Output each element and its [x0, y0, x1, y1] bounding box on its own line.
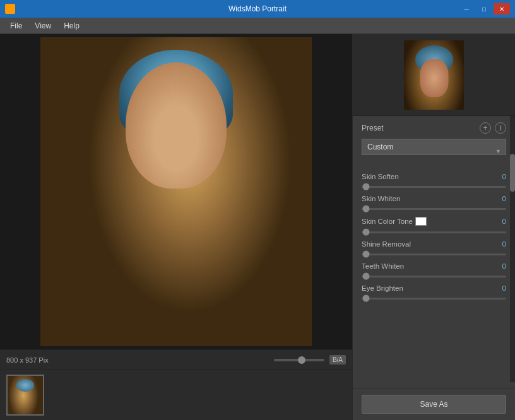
image-panel: 800 x 937 Pix B/A — [0, 34, 352, 420]
teeth-whiten-value: 0 — [502, 262, 506, 270]
slider-eye-brighten: Eye Brighten 0 — [362, 284, 506, 301]
preset-select[interactable]: Custom — [362, 139, 506, 155]
right-panel: Preset + i Custom Skin Soften 0 — [352, 34, 515, 420]
skin-soften-value: 0 — [502, 173, 506, 180]
preview-area — [353, 34, 515, 116]
painting-face — [126, 62, 227, 189]
slider-skin-soften: Skin Soften 0 — [362, 173, 506, 190]
ba-badge[interactable]: B/A — [329, 355, 346, 365]
minimize-button[interactable]: ─ — [458, 3, 475, 15]
titlebar-controls: ─ □ ✕ — [458, 3, 510, 15]
save-btn-area: Save As — [353, 388, 515, 420]
skin-soften-track[interactable] — [362, 186, 506, 188]
preview-face — [420, 59, 448, 97]
image-canvas — [0, 34, 352, 349]
app-icon — [5, 4, 15, 14]
slider-skin-color-tone: Skin Color Tone 0 — [362, 217, 506, 235]
save-as-button[interactable]: Save As — [362, 395, 506, 414]
maximize-button[interactable]: □ — [476, 3, 492, 15]
skin-soften-label: Skin Soften — [362, 173, 399, 180]
eye-brighten-track[interactable] — [362, 298, 506, 300]
menubar: File View Help — [0, 18, 515, 34]
image-size-label: 800 x 937 Pix — [6, 356, 49, 364]
main-image[interactable] — [40, 37, 312, 346]
preset-label: Preset — [362, 124, 384, 132]
shine-removal-thumb[interactable] — [362, 251, 369, 258]
preview-thumbnail — [404, 40, 464, 110]
titlebar-title: WidsMob Portrait — [0, 4, 515, 13]
skin-whiten-thumb[interactable] — [362, 206, 369, 213]
zoom-slider-thumb — [298, 356, 305, 364]
preset-icons: + i — [480, 122, 506, 134]
preset-info-button[interactable]: i — [495, 122, 506, 134]
shine-removal-track[interactable] — [362, 254, 506, 255]
thumbnail-item[interactable] — [6, 375, 44, 416]
slider-skin-whiten: Skin Whiten 0 — [362, 195, 506, 212]
titlebar-left — [5, 4, 15, 14]
skin-color-tone-value: 0 — [502, 218, 506, 225]
color-swatch[interactable] — [415, 217, 427, 226]
thumbnails-strip — [0, 370, 352, 420]
titlebar: WidsMob Portrait ─ □ ✕ — [0, 0, 515, 18]
skin-whiten-value: 0 — [502, 195, 506, 202]
skin-color-tone-track[interactable] — [362, 231, 506, 233]
skin-whiten-label: Skin Whiten — [362, 195, 400, 202]
scrollbar-track[interactable] — [510, 116, 515, 382]
menu-view[interactable]: View — [28, 20, 57, 32]
skin-color-tone-label: Skin Color Tone — [362, 218, 413, 225]
shine-removal-label: Shine Removal — [362, 240, 411, 248]
menu-file[interactable]: File — [4, 20, 28, 32]
image-bottom-bar: 800 x 937 Pix B/A — [0, 349, 352, 370]
preset-row: Preset + i — [362, 122, 506, 134]
slider-shine-removal: Shine Removal 0 — [362, 240, 506, 257]
skin-color-tone-thumb[interactable] — [362, 229, 369, 236]
eye-brighten-thumb[interactable] — [362, 295, 369, 302]
skin-whiten-track[interactable] — [362, 208, 506, 210]
thumb-turban — [16, 379, 34, 392]
scrollbar-thumb[interactable] — [510, 154, 515, 192]
teeth-whiten-label: Teeth Whiten — [362, 262, 404, 270]
preset-add-button[interactable]: + — [480, 122, 491, 134]
teeth-whiten-thumb[interactable] — [362, 273, 369, 280]
zoom-slider-container: B/A — [274, 355, 346, 365]
teeth-whiten-track[interactable] — [362, 276, 506, 277]
shine-removal-value: 0 — [502, 240, 506, 248]
close-button[interactable]: ✕ — [494, 3, 510, 15]
eye-brighten-value: 0 — [502, 284, 506, 292]
menu-help[interactable]: Help — [57, 20, 86, 32]
skin-soften-thumb[interactable] — [362, 184, 369, 190]
controls-area: Preset + i Custom Skin Soften 0 — [353, 116, 515, 388]
main-container: 800 x 937 Pix B/A — [0, 34, 515, 420]
eye-brighten-label: Eye Brighten — [362, 284, 403, 292]
zoom-slider[interactable] — [274, 359, 324, 361]
slider-teeth-whiten: Teeth Whiten 0 — [362, 262, 506, 279]
preset-select-wrapper[interactable]: Custom — [362, 139, 506, 164]
